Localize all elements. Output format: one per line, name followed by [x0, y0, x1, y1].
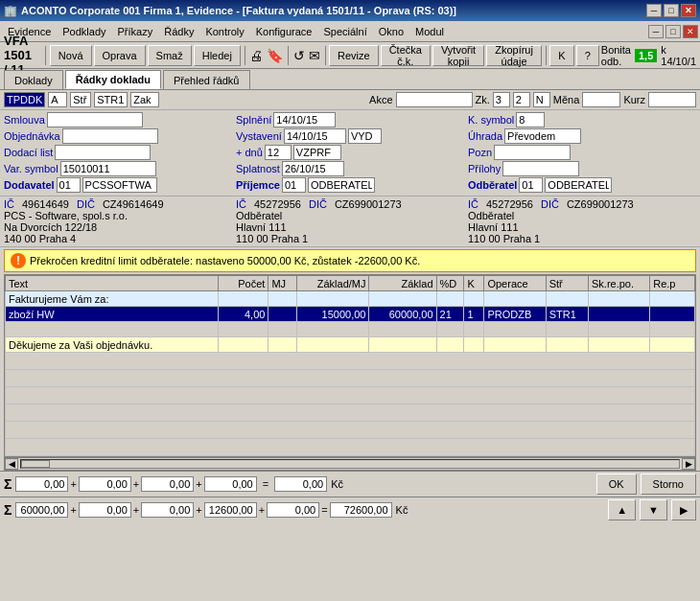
minimize-button[interactable]: ─	[646, 4, 662, 17]
field-str[interactable]: Stř	[70, 92, 91, 107]
menu-minimize-button[interactable]: ─	[648, 25, 664, 38]
input-dodavatel-code[interactable]	[57, 177, 81, 193]
nova-button[interactable]: Nová	[50, 45, 92, 66]
prijemce-address1: Hlavní 111	[236, 221, 464, 233]
ctecka-button[interactable]: Čtečka č.k.	[381, 45, 431, 66]
input-pozn[interactable]	[494, 145, 571, 160]
col-skrepo: Sk.re.po.	[589, 276, 650, 291]
scroll-thumb[interactable]	[21, 460, 50, 468]
equals-2: =	[321, 504, 327, 516]
menu-modul[interactable]: Modul	[409, 22, 450, 41]
input-ksymbol[interactable]	[516, 112, 545, 127]
input-splatnost[interactable]	[282, 161, 344, 176]
cell-skrepo	[589, 337, 650, 353]
input-odberatel-code[interactable]	[519, 177, 543, 193]
field-tpddk[interactable]: TPDDK	[4, 92, 45, 107]
menu-kontroly[interactable]: Kontroly	[199, 22, 249, 41]
scroll-right-button[interactable]: ▶	[682, 458, 695, 470]
nav-end-button[interactable]: ▶	[671, 499, 696, 520]
field-2[interactable]: 2	[513, 92, 530, 107]
field-str1[interactable]: STR1	[94, 92, 128, 107]
plus-3: +	[196, 478, 201, 490]
row-odberatel: Odběratel	[468, 177, 696, 193]
hledej-button[interactable]: Hledej	[194, 45, 241, 66]
input-dodavatel-name[interactable]	[82, 177, 157, 193]
menu-close-button[interactable]: ✕	[683, 25, 698, 38]
k-button[interactable]: K	[549, 45, 573, 66]
row-plus-dnu: + dnů	[236, 145, 464, 160]
email-icon[interactable]: ✉	[308, 45, 321, 66]
table-row[interactable]: Fakturujeme Vám za:	[6, 291, 695, 307]
cell-rep	[650, 291, 695, 307]
smaz-button[interactable]: Smaž	[148, 45, 192, 66]
tab-radky-dokladu[interactable]: Řádky dokladu	[65, 70, 161, 89]
field-zak[interactable]: Zak	[130, 92, 159, 107]
input-var-symbol[interactable]	[60, 161, 156, 176]
ok-button[interactable]: OK	[596, 474, 637, 495]
input-splneni[interactable]	[273, 112, 336, 127]
input-vzprf[interactable]	[293, 145, 341, 160]
nav-down-button[interactable]: ▼	[640, 499, 667, 520]
table-row	[6, 387, 695, 405]
zkopiruj-udaje-button[interactable]: Zkopíruj údaje	[486, 45, 542, 66]
field-zk[interactable]: 3	[493, 92, 510, 107]
scroll-left-button[interactable]: ◀	[5, 458, 18, 470]
cell-k	[464, 337, 484, 353]
input-odberatel-name[interactable]	[545, 177, 612, 193]
scroll-track[interactable]	[20, 459, 680, 469]
sum-val-9: 0,00	[267, 502, 319, 518]
tag-icon[interactable]: 🔖	[266, 45, 284, 66]
vytvorit-kopii-button[interactable]: Vytvořit kopii	[432, 45, 484, 66]
cell-zaklad	[369, 337, 436, 353]
table-row[interactable]	[6, 322, 695, 337]
table-row	[6, 439, 695, 456]
cell-pd	[436, 291, 464, 307]
menu-podklady[interactable]: Podklady	[57, 22, 111, 41]
menu-konfigurace[interactable]: Konfigurace	[250, 22, 318, 41]
input-prijemce-name[interactable]	[308, 177, 375, 193]
cell-text: Děkujeme za Vaši objednávku.	[6, 337, 219, 353]
oprava-button[interactable]: Oprava	[94, 45, 146, 66]
nav-up-button[interactable]: ▲	[608, 499, 636, 520]
label-odberatel: Odběratel	[468, 179, 517, 191]
field-a[interactable]: A	[48, 92, 67, 107]
menu-specialni[interactable]: Speciální	[317, 22, 372, 41]
sum-total-1: 0,00	[274, 476, 327, 492]
storno-button[interactable]: Storno	[641, 474, 696, 495]
field-mena[interactable]	[582, 92, 620, 107]
help-button[interactable]: ?	[576, 45, 599, 66]
tab-prehled-radku[interactable]: Přehled řádků	[163, 70, 250, 89]
input-prilohy[interactable]	[502, 161, 579, 176]
field-n[interactable]: N	[533, 92, 550, 107]
input-uhrada[interactable]	[504, 128, 581, 144]
cell-zaklad	[369, 291, 436, 307]
menu-prikazy[interactable]: Příkazy	[112, 22, 159, 41]
input-smlouva[interactable]	[47, 112, 143, 127]
menu-restore-button[interactable]: □	[665, 25, 681, 38]
input-prijemce-code[interactable]	[282, 177, 306, 193]
field-akce[interactable]	[396, 92, 473, 107]
revize-button[interactable]: Revize	[329, 45, 379, 66]
horizontal-scrollbar[interactable]: ◀ ▶	[4, 457, 696, 471]
field-kurz[interactable]	[648, 92, 696, 107]
sum-cell-4: 0,00	[204, 476, 257, 492]
maximize-button[interactable]: □	[664, 4, 679, 17]
dodavatel-ic-value: 49614649	[22, 198, 69, 210]
menu-radky[interactable]: Řádky	[158, 22, 199, 41]
input-vystaveni[interactable]	[284, 128, 346, 144]
input-vystaveni-code[interactable]	[348, 128, 382, 144]
menu-okno[interactable]: Okno	[373, 22, 409, 41]
table-row[interactable]: zboží HW 4,00 15000,00 60000,00 21 1 PRO…	[6, 307, 695, 322]
refresh-icon[interactable]: ↺	[292, 45, 306, 66]
input-dodaci-list[interactable]	[55, 145, 151, 160]
row-var-symbol: Var. symbol	[4, 161, 232, 176]
cell-zaklad-mj	[296, 322, 369, 337]
tab-doklady[interactable]: Doklady	[4, 70, 63, 89]
col-rep: Re.p	[650, 276, 695, 291]
input-objednavka[interactable]	[62, 128, 158, 144]
print-icon[interactable]: 🖨	[248, 45, 264, 66]
input-plus-dnu[interactable]	[265, 145, 292, 160]
table-row[interactable]: Děkujeme za Vaši objednávku.	[6, 337, 695, 353]
close-button[interactable]: ✕	[681, 4, 696, 17]
label-plus-dnu: + dnů	[236, 147, 263, 158]
